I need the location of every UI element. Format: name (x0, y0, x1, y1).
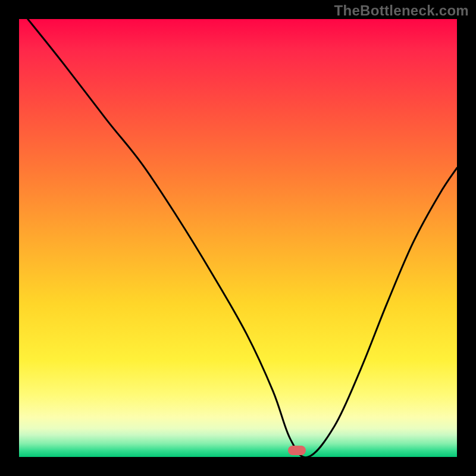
bottleneck-curve (19, 19, 457, 457)
chart-container: TheBottleneck.com (0, 0, 476, 476)
watermark-text: TheBottleneck.com (334, 2, 469, 19)
plot-area (19, 19, 457, 457)
min-marker (288, 446, 306, 455)
